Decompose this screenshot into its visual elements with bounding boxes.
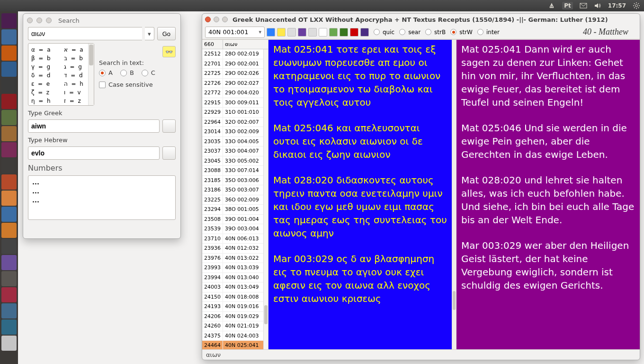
radio-c[interactable]: C bbox=[142, 69, 155, 76]
tool-icon[interactable] bbox=[308, 28, 317, 36]
tool-icon[interactable] bbox=[360, 28, 369, 36]
table-row[interactable]: 2400340N 013:049 bbox=[202, 282, 263, 292]
table-row[interactable]: 2371040N 006:013 bbox=[202, 234, 263, 244]
tool-icon[interactable] bbox=[350, 28, 358, 36]
launcher-item[interactable] bbox=[1, 142, 17, 157]
table-row[interactable]: 2277229O 004:020 bbox=[202, 88, 263, 98]
gear-icon[interactable] bbox=[633, 2, 640, 9]
table-row[interactable]: 2353939O 003:004 bbox=[202, 224, 263, 234]
numbers-list[interactable]: ... ... ... bbox=[28, 175, 176, 220]
scrollbar[interactable] bbox=[88, 44, 94, 105]
table-row[interactable]: 2308833O 007:014 bbox=[202, 166, 263, 176]
table-row[interactable]: 2272629O 002:027 bbox=[202, 79, 263, 89]
minimize-icon[interactable] bbox=[36, 18, 42, 23]
tool-icon[interactable] bbox=[287, 28, 296, 36]
search-input[interactable] bbox=[28, 27, 142, 40]
table-row[interactable]: 2291530O 009:011 bbox=[202, 98, 263, 108]
table-row[interactable]: 2446440N 025:041 bbox=[202, 341, 263, 349]
tool-icon[interactable] bbox=[277, 28, 286, 36]
table-row[interactable]: 2296432O 002:007 bbox=[202, 118, 263, 127]
launcher-item[interactable] bbox=[1, 223, 17, 238]
radio-quic[interactable]: quic bbox=[374, 29, 398, 36]
launcher-item[interactable] bbox=[1, 126, 17, 141]
table-row[interactable]: 2303533O 004:005 bbox=[202, 137, 263, 147]
table-row[interactable]: 2301433O 002:009 bbox=[202, 127, 263, 137]
hebrew-action-button[interactable] bbox=[162, 146, 176, 160]
launcher-dash[interactable] bbox=[1, 13, 17, 28]
table-row[interactable]: 2393640N 012:032 bbox=[202, 244, 263, 254]
table-row[interactable]: 2303733O 004:007 bbox=[202, 146, 263, 156]
transliteration-box[interactable]: α = a β = b γ = g δ = d ε = e ζ = z η = … bbox=[28, 43, 94, 106]
table-row[interactable]: 2329438O 001:005 bbox=[202, 205, 263, 215]
table-row[interactable]: 2318635O 003:007 bbox=[202, 185, 263, 195]
launcher-item[interactable] bbox=[1, 94, 17, 109]
table-row[interactable]: 2350839O 001:004 bbox=[202, 215, 263, 225]
verse[interactable]: Mat 025:041 Dann wird er auch sagen zu d… bbox=[461, 43, 635, 109]
launcher-trash[interactable] bbox=[1, 336, 17, 351]
table-row[interactable]: 2318535O 003:006 bbox=[202, 176, 263, 186]
table-row[interactable]: 2251228O 002:019 bbox=[202, 49, 263, 59]
radio-strB[interactable]: strB bbox=[425, 29, 449, 36]
launcher-item[interactable] bbox=[1, 158, 17, 173]
close-icon[interactable] bbox=[205, 17, 211, 22]
tool-icon[interactable] bbox=[267, 28, 275, 36]
launcher-item[interactable] bbox=[1, 207, 17, 222]
greek-pane[interactable]: Mat 025:041 τοτε ερει και τοις εξ ευωνυμ… bbox=[268, 40, 452, 349]
german-pane[interactable]: Mat 025:041 Dann wird er auch sagen zu d… bbox=[456, 40, 640, 349]
verse[interactable]: Mat 025:046 και απελευσονται ουτοι εις κ… bbox=[273, 121, 447, 161]
tool-icon[interactable] bbox=[319, 28, 327, 36]
verse[interactable]: Mar 003:029 wer aber den Heiligen Geist … bbox=[461, 239, 635, 292]
case-sensitive-checkbox[interactable]: Case sensitive bbox=[99, 81, 176, 88]
close-icon[interactable] bbox=[27, 18, 33, 23]
clock[interactable]: 17:57 bbox=[608, 2, 626, 9]
table-row[interactable]: 2437540N 024:003 bbox=[202, 331, 263, 341]
tool-icon[interactable] bbox=[340, 28, 348, 36]
table-row[interactable]: 2292931O 001:010 bbox=[202, 108, 263, 118]
minimize-icon[interactable] bbox=[214, 17, 219, 22]
highlight-icon[interactable]: 👓 bbox=[162, 46, 176, 57]
table-header-count[interactable]: 660 bbox=[202, 40, 223, 49]
list-item[interactable]: ... bbox=[32, 178, 171, 187]
launcher-item[interactable] bbox=[1, 239, 17, 254]
launcher-item[interactable] bbox=[1, 78, 17, 93]
radio-inter[interactable]: inter bbox=[477, 29, 503, 36]
search-history-dropdown[interactable]: ▾ bbox=[145, 27, 154, 40]
launcher-item[interactable] bbox=[1, 29, 17, 45]
maximize-icon[interactable] bbox=[46, 18, 52, 23]
titlebar[interactable]: Search bbox=[23, 14, 180, 27]
launcher-item[interactable] bbox=[1, 319, 17, 335]
table-row[interactable]: 2272529O 002:026 bbox=[202, 69, 263, 79]
greek-input[interactable] bbox=[28, 119, 160, 133]
table-row[interactable]: 2415040N 018:008 bbox=[202, 292, 263, 302]
verse[interactable]: Mat 028:020 und lehret sie halten alles,… bbox=[461, 173, 635, 227]
verse[interactable]: Mat 025:046 Und sie werden in die ewige … bbox=[461, 121, 635, 161]
go-button[interactable]: Go bbox=[157, 27, 176, 40]
scrollbar[interactable] bbox=[263, 49, 268, 349]
launcher-item[interactable] bbox=[1, 62, 17, 77]
tool-icon[interactable] bbox=[329, 28, 338, 36]
radio-b[interactable]: B bbox=[120, 69, 134, 76]
volume-icon[interactable] bbox=[594, 2, 601, 9]
maximize-icon[interactable] bbox=[222, 17, 228, 22]
scrollbar[interactable] bbox=[452, 40, 456, 349]
table-row[interactable]: 2322536O 002:009 bbox=[202, 195, 263, 205]
launcher-item[interactable] bbox=[1, 174, 17, 190]
radio-a[interactable]: A bbox=[99, 69, 113, 76]
network-icon[interactable] bbox=[548, 2, 555, 9]
table-row[interactable]: 2399440N 013:040 bbox=[202, 273, 263, 283]
list-item[interactable]: ... bbox=[32, 187, 171, 196]
table-row[interactable]: 2397640N 013:022 bbox=[202, 254, 263, 264]
hebrew-input[interactable] bbox=[28, 146, 160, 160]
verse[interactable]: Mar 003:029 ος δ αν βλασφημηση εις το πν… bbox=[273, 252, 447, 305]
radio-sear[interactable]: sear bbox=[399, 29, 424, 36]
launcher-item[interactable] bbox=[1, 191, 17, 206]
launcher-item[interactable] bbox=[1, 46, 17, 61]
launcher-item[interactable] bbox=[1, 110, 17, 125]
verse[interactable]: Mat 025:041 τοτε ερει και τοις εξ ευωνυμ… bbox=[273, 43, 447, 109]
launcher-item[interactable] bbox=[1, 255, 17, 270]
mail-icon[interactable] bbox=[580, 2, 587, 9]
table-header-term[interactable]: αιων bbox=[223, 40, 268, 49]
table-row[interactable]: 2420640N 019:029 bbox=[202, 312, 263, 322]
table-row[interactable]: 2304533O 005:002 bbox=[202, 156, 263, 166]
verse[interactable]: Mat 028:020 διδασκοντες αυτους τηρειν πα… bbox=[273, 173, 447, 240]
